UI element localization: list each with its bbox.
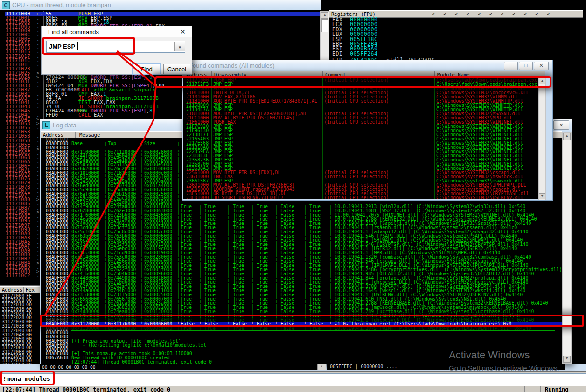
chevron-down-icon: ▼: [179, 45, 181, 49]
log-header-address: Address: [43, 132, 63, 138]
close-button[interactable]: ✕: [553, 120, 569, 130]
close-icon: ✕: [539, 63, 543, 68]
log-icon: L: [42, 121, 50, 129]
cancel-button-label: Cancel: [167, 66, 186, 73]
status-message: [22:07:44] Thread 00001B0C terminated, e…: [2, 386, 170, 392]
found-scrollbar[interactable]: ▲ ▼: [538, 77, 546, 200]
scroll-down-icon[interactable]: ▼: [539, 193, 545, 199]
found-content[interactable]: 31171000PUSH EBP(Initial CPU selection)C…: [183, 77, 545, 199]
found-window-title: Found commands (All modules): [189, 62, 275, 69]
scroll-up-icon[interactable]: ▲: [321, 12, 328, 19]
dump-header: Address Hex: [0, 286, 40, 293]
table-row[interactable]: EDI005FF264: [329, 52, 583, 56]
maximize-icon: □: [524, 63, 528, 68]
command-input[interactable]: !mona modules: [0, 373, 586, 385]
log-scrollbar[interactable]: ▲ ▼: [562, 132, 572, 364]
scroll-up-icon[interactable]: ▲: [539, 78, 545, 84]
scroll-down-icon[interactable]: ▾: [317, 364, 326, 370]
log-window-title: Log data: [53, 122, 77, 129]
column-groove: [75, 132, 76, 138]
dialog-titlebar[interactable]: Find all commands ✕: [42, 26, 192, 37]
command-combobox[interactable]: JMP ESP ▼: [46, 41, 185, 53]
debugger-screen: C CPU - main thread, module brainpan 311…: [0, 0, 586, 392]
scrollbar-thumb[interactable]: [321, 19, 328, 32]
table-row[interactable]: 0BADF00D0x71130000¦0x711fa000¦0x000ca000…: [41, 326, 562, 330]
dump-header-hex: Hex: [26, 287, 35, 293]
found-commands-window: Found commands (All modules) ‒ □ ✕ Addre…: [182, 60, 553, 201]
log-header-message: Message: [79, 132, 100, 138]
stack-strip-text: 005FFFBC | 00000000 ....: [330, 364, 398, 369]
watermark-line2: Go to Settings to activate Windows.: [449, 364, 559, 372]
minimize-button[interactable]: ‒: [504, 62, 518, 70]
table-row[interactable]: 0BADF00D: [41, 330, 562, 335]
found-list[interactable]: 31171000PUSH EBP(Initial CPU selection)C…: [183, 77, 538, 199]
column-groove: [23, 287, 24, 293]
cancel-button[interactable]: Cancel: [163, 64, 190, 74]
cpu-icon: C: [2, 1, 10, 9]
status-bar: [22:07:44] Thread 00001B0C terminated, e…: [0, 385, 586, 392]
dump-hex-strip: 00 00 00 00 00 00 00: [40, 364, 326, 370]
find-button[interactable]: Find: [133, 64, 160, 74]
table-row[interactable]: 0BADF00D - (Re)setting logfile c:\0xMat1…: [41, 343, 562, 347]
command-bar: !mona modules: [0, 371, 586, 386]
close-button[interactable]: ✕: [534, 62, 549, 70]
watermark-line1: Activate Windows: [449, 349, 559, 361]
find-commands-dialog: Find all commands ✕ JMP ESP ▼ Find Cance…: [41, 26, 192, 75]
text-caret: [77, 42, 78, 50]
registers-pane[interactable]: Registers (FPU) < < < < < < < < < < < EA…: [329, 10, 583, 60]
status-state: Running: [545, 386, 569, 392]
status-divider: [540, 386, 541, 392]
scroll-down-icon[interactable]: ▼: [563, 356, 571, 363]
find-button-label: Find: [140, 66, 152, 73]
minimize-icon: ‒: [509, 63, 512, 68]
scroll-up-icon[interactable]: ▲: [563, 133, 571, 140]
command-combobox-value: JMP ESP: [49, 43, 75, 50]
registers-header-decoration: < < < < < < < < < < <: [432, 11, 552, 17]
registers-list[interactable]: EAX00000000ECX00000000EDX00000000EBX0000…: [329, 17, 583, 60]
combobox-dropdown-button[interactable]: ▼: [174, 42, 185, 51]
activate-windows-watermark: Activate Windows Go to Settings to activ…: [449, 349, 559, 372]
dump-hex-strip-text: 00 00 00 00 00 00 00: [42, 364, 95, 370]
cpu-window-title: CPU - main thread, module brainpan: [12, 1, 111, 8]
status-divider: [524, 386, 525, 392]
close-icon[interactable]: ✕: [180, 28, 186, 35]
found-titlebar[interactable]: Found commands (All modules) ‒ □ ✕: [182, 60, 552, 70]
table-row[interactable]: 73FD1000JO SHORT USERENV.73FD0FF7(Initia…: [183, 196, 538, 199]
command-input-value: !mona modules: [3, 375, 50, 382]
maximize-button[interactable]: □: [519, 62, 533, 70]
close-icon: ✕: [559, 122, 563, 128]
cpu-titlebar[interactable]: C CPU - main thread, module brainpan: [0, 0, 321, 10]
dump-header-address: Address: [2, 287, 22, 293]
dialog-title: Find all commands: [48, 28, 99, 35]
